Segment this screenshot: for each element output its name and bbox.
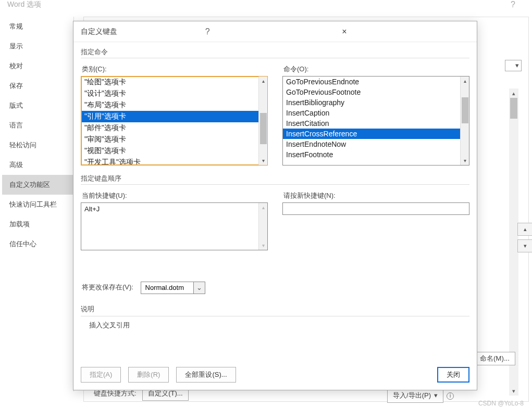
list-item[interactable]: "审阅"选项卡 [81, 134, 267, 145]
list-item[interactable]: "视图"选项卡 [81, 145, 267, 157]
save-in-label: 将更改保存在(V): [82, 283, 133, 292]
bg-stepper-down[interactable]: ▾ [517, 239, 532, 252]
group-keyboard-sequence: 指定键盘顺序 [81, 173, 469, 185]
close-button[interactable]: 关闭 [437, 367, 469, 383]
list-item[interactable]: GoToPreviousEndnote [283, 77, 469, 87]
combobox-caret-icon[interactable]: ⌄ [194, 282, 205, 294]
list-item[interactable]: InsertCitation [283, 118, 469, 129]
scroll-up-icon: ▴ [259, 203, 267, 212]
list-item[interactable]: "设计"选项卡 [81, 88, 267, 99]
customize-keyboard-dialog: 自定义键盘 ? × 指定命令 类别(C): "绘图"选项卡 "设计"选项卡 "布… [73, 21, 477, 390]
categories-listbox[interactable]: "绘图"选项卡 "设计"选项卡 "布局"选项卡 "引用"选项卡 "邮件"选项卡 … [81, 76, 268, 166]
import-export-label: 导入/导出(P) [393, 391, 431, 399]
list-item-selected[interactable]: InsertCrossReference [283, 129, 469, 139]
nav-item-addins[interactable]: 加载项 [2, 214, 73, 234]
new-key-input[interactable] [282, 202, 469, 215]
kb-shortcut-label: 键盘快捷方式: [94, 389, 137, 397]
scroll-thumb[interactable] [510, 98, 517, 119]
scroll-up-icon[interactable]: ▴ [509, 88, 518, 98]
list-item[interactable]: "绘图"选项卡 [81, 77, 267, 88]
nav-item-save[interactable]: 保存 [2, 76, 73, 96]
current-keys-label: 当前快捷键(U): [82, 191, 268, 200]
divider [81, 316, 469, 316]
list-item[interactable]: InsertEndnoteNow [283, 139, 469, 149]
rename-button[interactable]: 命名(M)... [474, 352, 515, 365]
assign-button[interactable]: 指定(A) [81, 367, 121, 383]
bg-dropdown[interactable] [505, 60, 522, 71]
dialog-title: 自定义键盘 [81, 27, 205, 36]
nav-item-proofing[interactable]: 校对 [2, 56, 73, 76]
nav-item-language[interactable]: 语言 [2, 116, 73, 135]
reset-all-button[interactable]: 全部重设(S)... [176, 367, 236, 383]
list-item[interactable]: InsertCaption [283, 108, 469, 118]
dialog-titlebar: 自定义键盘 ? × [73, 21, 477, 42]
options-window-title: Word 选项 [7, 0, 41, 9]
info-icon[interactable]: i [447, 392, 454, 400]
listbox-scrollbar[interactable]: ▴ ▾ [460, 77, 469, 165]
dialog-close-icon[interactable]: × [339, 27, 469, 36]
import-export-button[interactable]: 导入/导出(P)▾ [387, 388, 443, 403]
current-keys-box[interactable]: Alt+J ▴ ▾ [81, 202, 268, 250]
list-item[interactable]: GoToPreviousFootnote [283, 87, 469, 97]
options-help-icon[interactable]: ? [511, 0, 515, 9]
watermark: CSDN @YoLo-8 [478, 400, 524, 407]
scroll-down-icon[interactable]: ▾ [259, 156, 267, 165]
nav-item-customize-ribbon[interactable]: 自定义功能区 [2, 175, 73, 195]
nav-item-ease[interactable]: 轻松访问 [2, 135, 73, 155]
nav-item-layout[interactable]: 版式 [2, 96, 73, 116]
bg-stepper-up[interactable]: ▴ [517, 223, 532, 236]
new-key-label: 请按新快捷键(N): [283, 191, 469, 200]
list-item[interactable]: "邮件"选项卡 [81, 122, 267, 134]
nav-item-display[interactable]: 显示 [2, 36, 73, 56]
caret-down-icon: ▾ [434, 391, 438, 399]
scroll-down-icon: ▾ [259, 241, 267, 250]
save-in-value: Normal.dotm [141, 284, 193, 291]
categories-label: 类别(C): [82, 65, 268, 74]
dialog-button-bar: 指定(A) 删除(R) 全部重设(S)... 关闭 [81, 367, 469, 383]
remove-button[interactable]: 删除(R) [128, 367, 169, 383]
scroll-up-icon[interactable]: ▴ [259, 77, 267, 85]
divider [81, 58, 469, 58]
commands-listbox[interactable]: GoToPreviousEndnote GoToPreviousFootnote… [282, 76, 469, 166]
dialog-help-icon[interactable]: ? [205, 27, 330, 36]
list-item[interactable]: "开发工具"选项卡 [81, 157, 267, 166]
options-nav: 常规 显示 校对 保存 版式 语言 轻松访问 高级 自定义功能区 快速访问工具栏… [2, 17, 74, 391]
textbox-scrollbar: ▴ ▾ [258, 203, 267, 250]
scroll-down-icon[interactable]: ▾ [461, 156, 469, 165]
nav-item-general[interactable]: 常规 [2, 17, 73, 36]
list-item[interactable]: InsertFootnote [283, 149, 469, 160]
current-keys-value: Alt+J [81, 203, 267, 215]
nav-item-trust[interactable]: 信任中心 [2, 234, 73, 254]
dialog-body: 指定命令 类别(C): "绘图"选项卡 "设计"选项卡 "布局"选项卡 "引用"… [73, 42, 477, 390]
listbox-scrollbar[interactable]: ▴ ▾ [258, 77, 267, 165]
commands-label: 命令(O): [283, 65, 469, 74]
description-caption: 说明 [81, 304, 469, 314]
list-item[interactable]: "布局"选项卡 [81, 99, 267, 111]
nav-item-advanced[interactable]: 高级 [2, 155, 73, 175]
nav-item-qat[interactable]: 快速访问工具栏 [2, 195, 73, 214]
description-text: 插入交叉引用 [89, 321, 469, 330]
divider [81, 184, 469, 185]
scroll-thumb[interactable] [462, 97, 468, 123]
scroll-up-icon[interactable]: ▴ [461, 77, 469, 85]
list-item-selected[interactable]: "引用"选项卡 [81, 111, 267, 122]
group-specify-command: 指定命令 [81, 46, 469, 59]
list-item[interactable]: InsertBibliography [283, 97, 469, 108]
save-in-combobox[interactable]: Normal.dotm [141, 282, 194, 294]
scroll-thumb[interactable] [260, 113, 267, 144]
